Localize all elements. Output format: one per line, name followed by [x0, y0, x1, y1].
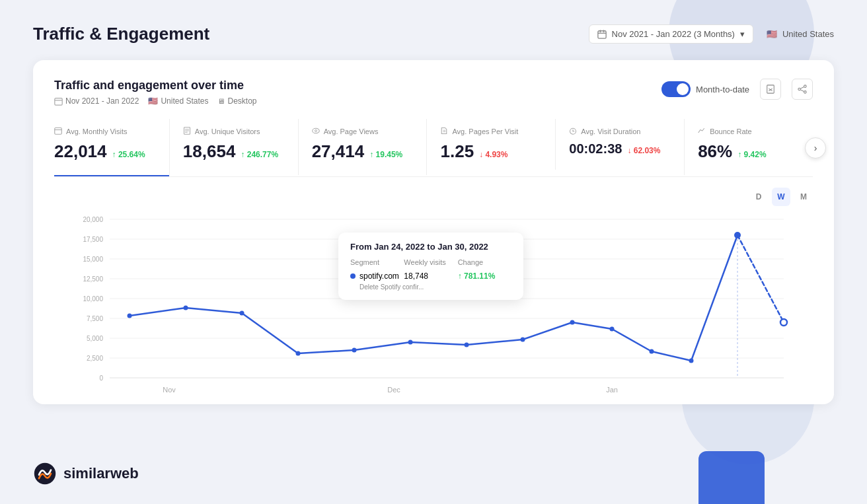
page-title: Traffic & Engagement [33, 24, 209, 44]
country-filter[interactable]: 🇺🇸 United States [767, 29, 834, 39]
svg-text:Jan: Jan [606, 386, 618, 394]
chart-tooltip: From Jan 24, 2022 to Jan 30, 2022 Segmen… [338, 233, 523, 300]
page-header: Traffic & Engagement Nov 2021 - Jan 2022… [33, 24, 834, 44]
calendar-icon [597, 30, 607, 39]
chart-weekly-button[interactable]: W [772, 188, 790, 206]
subtitle-date: Nov 2021 - Jan 2022 [54, 96, 139, 106]
monthly-visits-value: 22,014 [54, 141, 107, 162]
tooltip-row: spotify.com 18,748 ↑ 781.11% [350, 271, 511, 281]
export-excel-button[interactable] [760, 79, 781, 100]
metric-page-views: Avg. Page Views 27,414 19.45% [298, 119, 427, 175]
subtitle-device-label: Desktop [227, 96, 256, 106]
subtitle-flag: 🇺🇸 [148, 96, 158, 106]
svg-point-21 [315, 130, 317, 132]
chart-area: D W M From Jan 24, 2022 to Jan 30, 2022 … [54, 177, 813, 404]
chart-wrapper: From Jan 24, 2022 to Jan 30, 2022 Segmen… [54, 213, 813, 404]
up-arrow-icon [369, 150, 373, 159]
svg-point-50 [184, 306, 188, 310]
svg-point-57 [570, 320, 575, 325]
metric-monthly-visits-label: Avg. Monthly Visits [54, 127, 169, 136]
svg-point-56 [521, 338, 525, 342]
logo-text: similarweb [63, 465, 139, 482]
chart-controls: D W M [54, 188, 813, 206]
tooltip-col-change: Change [458, 258, 511, 266]
svg-text:7,500: 7,500 [87, 315, 103, 322]
card-title-section: Traffic and engagement over time Nov 202… [54, 79, 257, 106]
card-title: Traffic and engagement over time [54, 79, 257, 92]
metrics-next-button[interactable]: › [805, 137, 826, 159]
tooltip-segment: spotify.com [350, 271, 404, 281]
monthly-visits-change: 25.64% [112, 150, 145, 159]
pages-per-visit-icon [440, 127, 448, 136]
metric-visit-duration: Avg. Visit Duration 00:02:38 62.03% [555, 119, 684, 170]
pages-per-visit-value: 1.25 [440, 141, 474, 162]
svg-text:2,500: 2,500 [87, 355, 103, 362]
svg-point-55 [465, 343, 469, 347]
svg-text:0: 0 [99, 375, 103, 382]
subtitle-country: 🇺🇸 United States [148, 96, 208, 106]
bounce-rate-icon [698, 127, 706, 136]
down-arrow-icon [627, 146, 631, 155]
chart-monthly-button[interactable]: M [794, 188, 813, 206]
share-icon [798, 85, 807, 94]
svg-text:15,000: 15,000 [83, 256, 103, 263]
date-range-filter[interactable]: Nov 2021 - Jan 2022 (3 Months) ▾ [589, 24, 753, 44]
country-label: United States [782, 29, 834, 39]
metric-unique-visitors: Avg. Unique Visitors 18,654 246.77% [169, 119, 298, 175]
svg-text:5,000: 5,000 [87, 335, 103, 342]
metric-monthly-visits: Avg. Monthly Visits 22,014 25.64% [54, 119, 169, 176]
svg-text:12,500: 12,500 [83, 275, 103, 283]
svg-point-60 [689, 359, 694, 363]
up-arrow-icon [112, 150, 116, 159]
dropdown-arrow: ▾ [740, 29, 745, 39]
visit-duration-change: 62.03% [627, 146, 660, 155]
svg-rect-6 [767, 85, 774, 93]
tooltip-visits-value: 18,748 [404, 271, 457, 281]
svg-text:10,000: 10,000 [83, 295, 103, 303]
metric-bounce-rate: Bounce Rate 86% 9.42% [684, 119, 813, 175]
page-views-icon [312, 127, 320, 136]
svg-text:17,500: 17,500 [83, 236, 103, 243]
card-subtitle: Nov 2021 - Jan 2022 🇺🇸 United States 🖥 D… [54, 96, 257, 106]
tooltip-header: Segment Weekly visits Change [350, 258, 511, 266]
excel-icon [766, 85, 775, 94]
subtitle-calendar-icon [54, 97, 63, 106]
date-range-label: Nov 2021 - Jan 2022 (3 Months) [612, 29, 735, 39]
up-arrow-icon [241, 150, 245, 159]
bounce-rate-value: 86% [698, 141, 732, 162]
metric-visit-duration-label: Avg. Visit Duration [569, 127, 684, 136]
visit-duration-icon [569, 127, 577, 136]
unique-visitors-value: 18,654 [183, 141, 236, 162]
svg-rect-0 [597, 30, 605, 38]
month-to-date-toggle[interactable] [661, 81, 691, 97]
svg-point-54 [408, 340, 413, 345]
similarweb-logo-icon [33, 462, 57, 486]
share-button[interactable] [792, 79, 813, 100]
metric-page-views-label: Avg. Page Views [312, 127, 427, 136]
pages-per-visit-change: 4.93% [479, 150, 508, 159]
svg-point-10 [798, 88, 801, 90]
card-header-right: Month-to-date [661, 79, 813, 100]
svg-point-58 [610, 327, 615, 332]
card-header: Traffic and engagement over time Nov 202… [54, 79, 813, 106]
svg-point-62 [780, 319, 787, 326]
tooltip-col-visits: Weekly visits [404, 258, 457, 266]
subtitle-date-label: Nov 2021 - Jan 2022 [65, 96, 139, 106]
svg-text:Nov: Nov [163, 386, 176, 394]
svg-point-53 [352, 348, 357, 353]
metric-bounce-rate-label: Bounce Rate [698, 127, 813, 136]
logo-area: similarweb [33, 462, 139, 486]
svg-line-12 [800, 87, 804, 89]
svg-text:Dec: Dec [387, 386, 400, 394]
metric-pages-per-visit-label: Avg. Pages Per Visit [440, 127, 555, 136]
header-controls: Nov 2021 - Jan 2022 (3 Months) ▾ 🇺🇸 Unit… [589, 24, 834, 44]
chart-daily-button[interactable]: D [749, 188, 768, 206]
tooltip-segment-name: spotify.com [359, 271, 399, 281]
tooltip-change-value: ↑ 781.11% [458, 271, 511, 281]
unique-visitors-icon [183, 127, 191, 136]
toggle-label: Month-to-date [696, 85, 749, 94]
subtitle-device: 🖥 Desktop [217, 96, 256, 106]
desktop-icon: 🖥 [217, 97, 225, 105]
svg-point-59 [650, 349, 654, 354]
svg-point-9 [804, 85, 807, 88]
